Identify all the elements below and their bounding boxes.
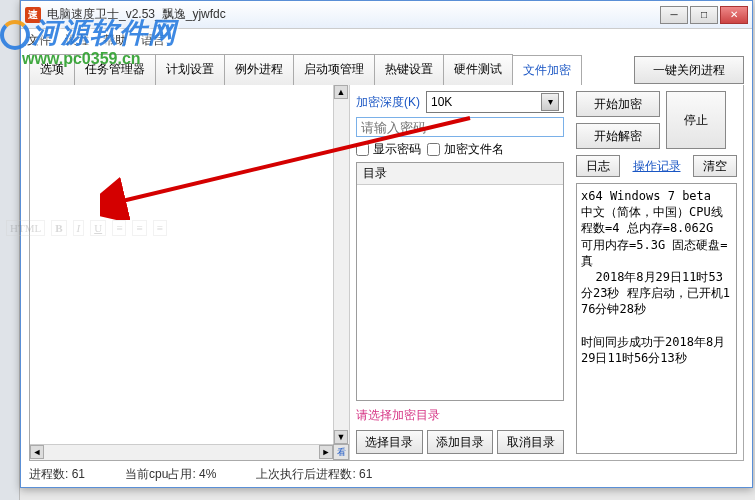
menubar: 文件 设置 帮助 语言 (21, 29, 752, 51)
tab-exception-proc[interactable]: 例外进程 (224, 54, 294, 85)
right-pane: 开始加密 开始解密 停止 日志 操作记录 清空 x64 Windows 7 be… (570, 85, 743, 460)
clear-button[interactable]: 清空 (693, 155, 737, 177)
add-dir-button[interactable]: 添加目录 (427, 430, 494, 454)
tab-schedule[interactable]: 计划设置 (155, 54, 225, 85)
tab-startup[interactable]: 启动项管理 (293, 54, 375, 85)
stop-button[interactable]: 停止 (666, 91, 726, 149)
app-icon: 速 (25, 7, 41, 23)
last-proc-label: 上次执行后进程数: (256, 467, 355, 481)
last-proc-value: 61 (359, 467, 372, 481)
titlebar: 速 电脑速度卫士_v2.53_飘逸_yjwfdc ─ □ ✕ (21, 1, 752, 29)
proc-count-label: 进程数: (29, 467, 68, 481)
encrypt-settings-pane: 加密深度(K) 10K ▾ 显示密码 加密文件名 目录 请选择加密目录 选择目录 (350, 85, 570, 460)
minimize-button[interactable]: ─ (660, 6, 688, 24)
one-click-close-button[interactable]: 一键关闭进程 (634, 56, 744, 84)
encrypt-filename-checkbox[interactable]: 加密文件名 (427, 141, 504, 158)
cpu-value: 4% (199, 467, 216, 481)
maximize-button[interactable]: □ (690, 6, 718, 24)
depth-label: 加密深度(K) (356, 94, 420, 111)
ghost-editor-toolbar: HTMLBIU≡≡≡ (6, 220, 167, 236)
close-button[interactable]: ✕ (720, 6, 748, 24)
menu-file[interactable]: 文件 (27, 32, 51, 49)
tab-hardware-test[interactable]: 硬件测试 (443, 54, 513, 85)
cpu-label: 当前cpu占用: (125, 467, 196, 481)
directory-listbox[interactable]: 目录 (356, 162, 564, 401)
proc-count-value: 61 (72, 467, 85, 481)
tab-task-manager[interactable]: 任务管理器 (74, 54, 156, 85)
scrollbar-vertical[interactable]: ▲▼ (333, 85, 349, 444)
password-input[interactable] (356, 117, 564, 137)
app-window: 速 电脑速度卫士_v2.53_飘逸_yjwfdc ─ □ ✕ 文件 设置 帮助 … (20, 0, 753, 488)
corner-button[interactable]: 看 (333, 444, 349, 460)
menu-settings[interactable]: 设置 (65, 32, 89, 49)
tab-panel: ▲▼ ◄► 看 加密深度(K) 10K ▾ 显示密码 加密文件名 (29, 85, 744, 461)
log-button[interactable]: 日志 (576, 155, 620, 177)
show-password-checkbox[interactable]: 显示密码 (356, 141, 421, 158)
menu-language[interactable]: 语言 (141, 32, 165, 49)
log-textbox[interactable]: x64 Windows 7 beta 中文（简体，中国）CPU线程数=4 总内存… (576, 183, 737, 454)
select-dir-hint: 请选择加密目录 (356, 405, 564, 426)
chevron-down-icon: ▾ (541, 93, 559, 111)
start-decrypt-button[interactable]: 开始解密 (576, 123, 660, 149)
status-bar: 进程数: 61 当前cpu占用: 4% 上次执行后进程数: 61 (29, 465, 744, 483)
scrollbar-horizontal[interactable]: ◄► (30, 444, 333, 460)
tab-hotkey[interactable]: 热键设置 (374, 54, 444, 85)
tab-options[interactable]: 选项 (29, 54, 75, 85)
menu-help[interactable]: 帮助 (103, 32, 127, 49)
cancel-dir-button[interactable]: 取消目录 (497, 430, 564, 454)
operation-record-link[interactable]: 操作记录 (624, 155, 689, 177)
tab-file-encrypt[interactable]: 文件加密 (512, 55, 582, 86)
select-dir-button[interactable]: 选择目录 (356, 430, 423, 454)
start-encrypt-button[interactable]: 开始加密 (576, 91, 660, 117)
depth-value: 10K (431, 95, 452, 109)
window-title: 电脑速度卫士_v2.53_飘逸_yjwfdc (47, 6, 660, 23)
depth-select[interactable]: 10K ▾ (426, 91, 564, 113)
left-text-pane[interactable]: ▲▼ ◄► 看 (30, 85, 350, 460)
tab-bar: 选项 任务管理器 计划设置 例外进程 启动项管理 热键设置 硬件测试 文件加密 (29, 54, 624, 86)
directory-header: 目录 (357, 163, 563, 185)
